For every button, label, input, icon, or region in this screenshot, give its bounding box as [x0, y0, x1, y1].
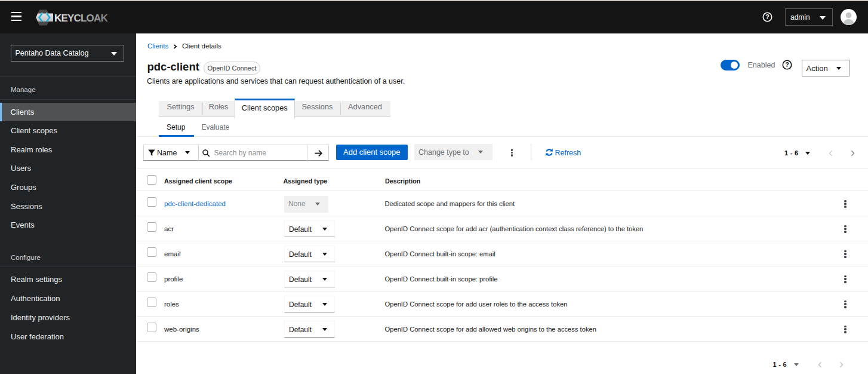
svg-text:?: ? [765, 13, 769, 20]
svg-text:KEYCLOAK: KEYCLOAK [54, 13, 109, 24]
svg-text:?: ? [785, 61, 789, 68]
